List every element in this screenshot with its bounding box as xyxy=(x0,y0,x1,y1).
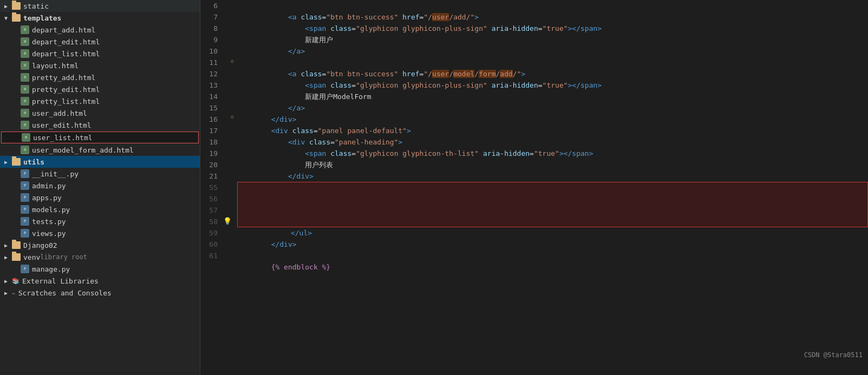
sidebar-item-label: user_edit.html xyxy=(32,121,92,129)
sidebar-item-manage[interactable]: P manage.py xyxy=(0,263,200,275)
sidebar-item-user-add[interactable]: H user_add.html xyxy=(0,107,200,119)
sidebar-item-label: Scratches and Consoles xyxy=(18,289,112,297)
sidebar-item-pretty-add[interactable]: H pretty_add.html xyxy=(0,71,200,83)
arrow-icon xyxy=(4,15,12,21)
sidebar-item-venv[interactable]: venv library root xyxy=(0,251,200,263)
arrow-icon xyxy=(4,242,12,248)
code-line-13: 新建用户ModelForm xyxy=(237,80,868,91)
py-file-icon: P xyxy=(21,217,29,226)
sidebar-item-label: views.py xyxy=(32,229,66,238)
books-icon: 📚 xyxy=(12,278,19,285)
folder-icon xyxy=(12,253,21,261)
arrow-icon xyxy=(4,278,12,284)
code-line-59: </div> xyxy=(237,227,868,239)
code-line-16: <div class="panel panel-default"> xyxy=(237,114,868,125)
sidebar-item-pretty-edit[interactable]: H pretty_edit.html xyxy=(0,83,200,95)
arrow-icon xyxy=(4,159,12,165)
sidebar-item-static[interactable]: static xyxy=(0,0,200,12)
py-file-icon: P xyxy=(21,265,29,273)
code-line-9: </a> xyxy=(237,34,868,45)
code-line-17: <div class="panel-heading"> xyxy=(237,125,868,136)
html-file-icon: H xyxy=(21,49,29,58)
sidebar-item-label: apps.py xyxy=(32,194,62,202)
sidebar-item-label: External Libraries xyxy=(22,277,99,285)
line-numbers: 6 7 8 9 10 11 12 13 14 15 16 17 18 19 20… xyxy=(200,0,222,375)
sidebar-item-label: templates xyxy=(23,14,61,22)
code-line-18: <span class="glyphicon glyphicon-th-list… xyxy=(237,136,868,148)
sidebar-item-views[interactable]: P views.py xyxy=(0,227,200,239)
html-file-icon: H xyxy=(21,109,29,117)
sidebar-item-depart-edit[interactable]: H depart_edit.html xyxy=(0,36,200,48)
sidebar-item-tests[interactable]: P tests.py xyxy=(0,215,200,227)
sidebar-item-django02[interactable]: Django02 xyxy=(0,239,200,251)
sidebar-item-depart-list[interactable]: H depart_list.html xyxy=(0,48,200,60)
html-file-icon: H xyxy=(21,121,29,129)
sidebar-item-models[interactable]: P models.py xyxy=(0,203,200,215)
sidebar-item-init[interactable]: P __init__.py xyxy=(0,168,200,180)
code-line-6: <a class="btn btn-success" href="/user/a… xyxy=(237,0,868,11)
folder-icon xyxy=(12,158,21,166)
code-line-58: </ul> xyxy=(237,216,868,227)
sidebar-item-label: depart_add.html xyxy=(32,26,95,34)
scratch-icon: ✏️ xyxy=(12,290,16,297)
code-line-15: </div> xyxy=(237,102,868,114)
sidebar-item-label: manage.py xyxy=(32,265,70,273)
arrow-icon xyxy=(4,254,12,260)
sidebar-item-layout[interactable]: H layout.html xyxy=(0,60,200,71)
sidebar-item-utils[interactable]: utils xyxy=(0,156,200,168)
py-file-icon: P xyxy=(21,193,29,202)
folder-icon xyxy=(12,14,21,22)
gutter: ◇ ◇ 💡 xyxy=(222,0,235,375)
code-line-11: <a class="btn btn-success" href="/user/m… xyxy=(237,57,868,68)
sidebar: static templates H depart_add.html H dep… xyxy=(0,0,200,375)
sidebar-item-pretty-list[interactable]: H pretty_list.html xyxy=(0,95,200,107)
sidebar-item-label: pretty_add.html xyxy=(32,74,95,82)
html-file-icon: H xyxy=(21,25,29,34)
arrow-icon xyxy=(4,290,12,296)
sidebar-item-label: pretty_list.html xyxy=(32,97,100,106)
fold-icon: ◇ xyxy=(231,58,234,64)
sidebar-item-templates[interactable]: templates xyxy=(0,12,200,24)
html-file-icon: H xyxy=(21,85,29,94)
sidebar-item-user-model[interactable]: H user_model_form_add.html xyxy=(0,144,200,156)
html-file-icon: H xyxy=(21,37,29,46)
html-file-icon: H xyxy=(21,61,29,70)
code-line-61: {% endblock %} xyxy=(237,250,868,261)
sidebar-item-user-list[interactable]: H user_list.html xyxy=(1,131,199,143)
sidebar-item-label: user_add.html xyxy=(32,109,87,117)
html-file-icon: H xyxy=(21,73,29,82)
sidebar-item-label: depart_list.html xyxy=(32,50,100,58)
sidebar-item-label: admin.py xyxy=(32,182,66,190)
code-line-14: </a> xyxy=(237,91,868,102)
sidebar-item-apps[interactable]: P apps.py xyxy=(0,192,200,203)
sidebar-item-user-edit[interactable]: H user_edit.html xyxy=(0,119,200,131)
sidebar-item-depart-add[interactable]: H depart_add.html xyxy=(0,24,200,36)
sidebar-item-scratches[interactable]: ✏️ Scratches and Consoles xyxy=(0,287,200,299)
code-line-21: <table class="table table-bordered"...> xyxy=(237,170,868,182)
folder-icon xyxy=(12,241,21,249)
code-line-19: 用户列表 xyxy=(237,148,868,159)
code-line-7: <span class="glyphicon glyphicon-plus-si… xyxy=(237,11,868,23)
sidebar-item-ext-libraries[interactable]: 📚 External Libraries xyxy=(0,275,200,287)
code-line-57: {{ page_string }} xyxy=(237,205,868,216)
sidebar-item-label: utils xyxy=(23,158,44,166)
editor: 6 7 8 9 10 11 12 13 14 15 16 17 18 19 20… xyxy=(200,0,868,375)
venv-label: library root xyxy=(40,253,87,261)
sidebar-item-admin[interactable]: P admin.py xyxy=(0,180,200,192)
code-line-20: </div> xyxy=(237,159,868,170)
py-file-icon: P xyxy=(21,205,29,214)
sidebar-item-label: Django02 xyxy=(23,241,57,249)
html-file-icon: H xyxy=(21,146,29,154)
code-line-55: </div> xyxy=(237,182,868,193)
sidebar-item-label: __init__.py xyxy=(32,170,79,178)
fold-icon: ◇ xyxy=(231,114,234,120)
lightbulb-icon[interactable]: 💡 xyxy=(223,217,232,225)
sidebar-item-label: depart_edit.html xyxy=(32,38,100,46)
code-line-10 xyxy=(237,45,868,57)
html-file-icon: H xyxy=(22,133,30,142)
py-file-icon: P xyxy=(21,169,29,178)
code-content: <a class="btn btn-success" href="/user/a… xyxy=(235,0,868,375)
py-file-icon: P xyxy=(21,229,29,238)
py-file-icon: P xyxy=(21,181,29,190)
arrow-icon xyxy=(4,3,12,9)
